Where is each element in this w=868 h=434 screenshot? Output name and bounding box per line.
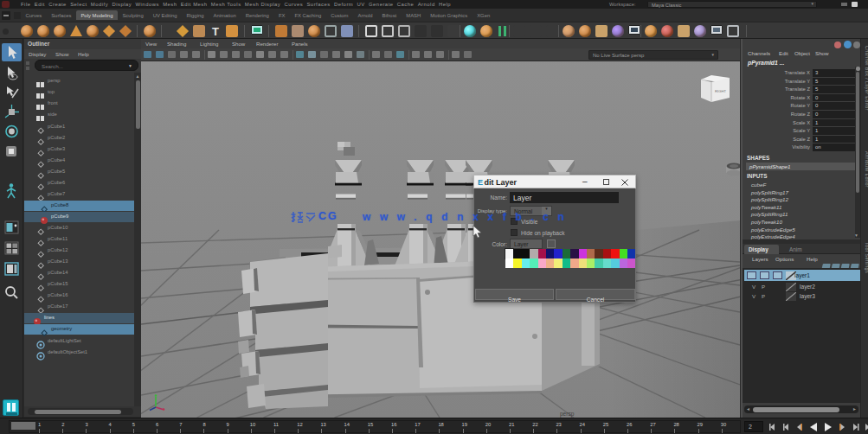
svg-text:RIGHT: RIGHT: [715, 89, 726, 93]
svg-text:persp: persp: [560, 411, 575, 418]
